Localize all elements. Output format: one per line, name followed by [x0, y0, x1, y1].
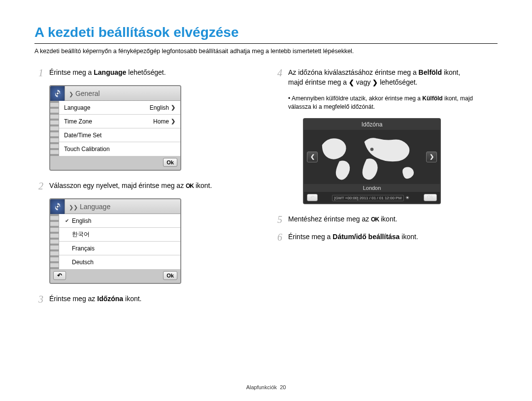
step-1: 1 Érintse meg a Language lehetőséget.: [34, 67, 259, 78]
timezone-info: [GMT +00:00] 2011 / 01 / 01 12:00 PM: [332, 195, 404, 201]
step-number: 1: [34, 67, 43, 78]
step-text: Érintse meg a: [49, 68, 94, 76]
timezone-next-button[interactable]: ❯: [426, 152, 437, 162]
screen-header-label: ❯❯ Language: [65, 203, 110, 211]
step-text: Érintse meg a: [288, 233, 332, 241]
svg-point-6: [370, 148, 374, 151]
chevron-right-icon: ❯: [171, 118, 180, 124]
chevron-right-icon: ❯: [372, 78, 378, 88]
ok-button[interactable]: Ok: [424, 194, 437, 201]
step-text: lehetőséget.: [126, 68, 166, 76]
step-4: 4 Az időzóna kiválasztásához érintse meg…: [273, 67, 498, 88]
step-bold: Belföld: [419, 68, 442, 76]
timezone-city: London: [304, 184, 440, 192]
chevron-left-icon: ❮: [349, 78, 354, 88]
step-text: lehetőséget.: [378, 78, 417, 86]
step-6: 6 Érintse meg a Dátum/idő beállítása iko…: [273, 232, 498, 243]
step-text: Érintse meg az: [49, 295, 97, 303]
world-map: [318, 130, 426, 184]
row-language[interactable]: Language English ❯: [59, 101, 180, 115]
sun-icon: ☀: [405, 195, 409, 200]
timezone-prev-button[interactable]: ❮: [307, 152, 318, 162]
step-4-note: Amennyiben külföldre utazik, akkor érint…: [288, 94, 498, 111]
ok-icon: OK: [371, 216, 379, 224]
timezone-title: Időzóna: [304, 119, 440, 130]
step-number: 3: [34, 294, 43, 305]
screen-timezone: Időzóna ❮ ❯: [303, 118, 441, 204]
language-option-korean[interactable]: 한국어: [59, 228, 180, 242]
row-datetime[interactable]: Date/Time Set: [59, 128, 180, 142]
step-3: 3 Érintse meg az Időzóna ikont.: [34, 294, 259, 305]
step-number: 5: [273, 214, 282, 225]
step-bold: Időzóna: [97, 295, 123, 303]
gear-icon: [50, 199, 65, 214]
page-footer: Alapfunkciók 20: [0, 384, 532, 390]
page-title: A kezdeti beállítások elvégzése: [34, 25, 498, 40]
step-text: ikont.: [194, 182, 212, 189]
step-text: majd érintse meg a: [288, 78, 349, 86]
ok-button[interactable]: Ok: [163, 158, 177, 167]
svg-point-4: [56, 205, 58, 207]
language-option-deutsch[interactable]: Deutsch: [59, 255, 180, 269]
chevron-right-icon: ❯: [171, 104, 180, 111]
step-5: 5 Mentéshez érintse meg az OK ikont.: [273, 214, 498, 225]
language-option-english[interactable]: ✔ English: [59, 214, 180, 228]
step-text: ikont.: [123, 295, 141, 303]
step-text: Az időzóna kiválasztásához érintse meg a: [288, 68, 419, 76]
check-icon: ✔: [65, 218, 72, 223]
step-text: ikont.: [379, 215, 397, 223]
screen-language: ❯❯ Language ✔ English 한국어 Fr: [49, 198, 181, 284]
title-rule: [34, 43, 498, 44]
step-text: ikont,: [442, 68, 460, 76]
step-bold: Dátum/idő beállítása: [332, 233, 399, 241]
back-button[interactable]: ↶: [307, 194, 318, 201]
ok-button[interactable]: Ok: [163, 271, 177, 280]
step-number: 2: [34, 181, 43, 191]
svg-point-2: [56, 92, 58, 94]
step-text: vagy: [354, 78, 372, 86]
back-button[interactable]: ↶: [53, 271, 66, 280]
screen-header-label: ❯ General: [65, 90, 100, 97]
page-subtitle: A kezdeti beállító képernyőn a fényképez…: [34, 48, 498, 55]
language-option-francais[interactable]: Français: [59, 242, 180, 255]
step-number: 4: [273, 67, 282, 88]
step-text: Válasszon egy nyelvet, majd érintse meg …: [49, 182, 186, 189]
filmstrip-scroll[interactable]: [50, 214, 59, 269]
filmstrip-scroll[interactable]: [50, 101, 59, 156]
screen-general: ❯ General Language English ❯ Time Zone H: [49, 85, 181, 171]
gear-icon: [50, 86, 65, 101]
step-text: Mentéshez érintse meg az: [288, 215, 371, 223]
step-2: 2 Válasszon egy nyelvet, majd érintse me…: [34, 181, 259, 191]
row-timezone[interactable]: Time Zone Home ❯: [59, 115, 180, 128]
step-bold: Language: [94, 68, 126, 76]
row-touch-calibration[interactable]: Touch Calibration: [59, 142, 180, 156]
step-number: 6: [273, 232, 282, 243]
step-text: ikont.: [399, 233, 418, 241]
ok-icon: OK: [186, 182, 194, 190]
